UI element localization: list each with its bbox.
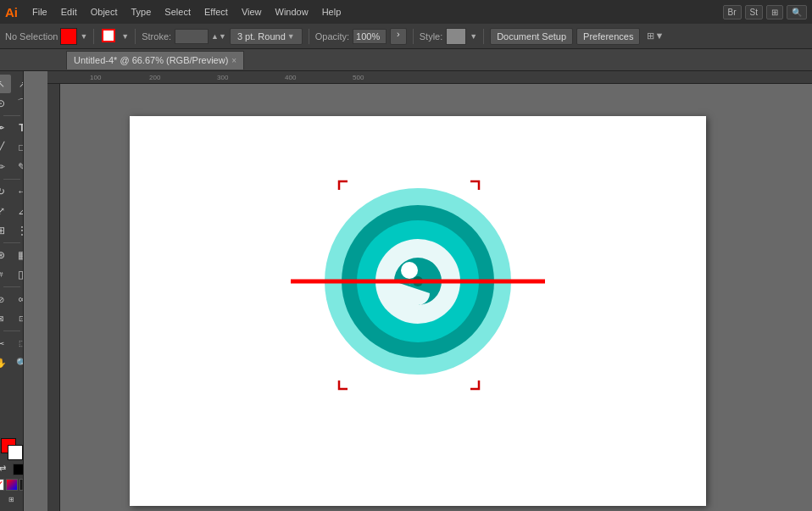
menu-select[interactable]: Select <box>159 5 197 19</box>
document-tab[interactable]: Untitled-4* @ 66.67% (RGB/Preview) × <box>66 51 244 69</box>
menu-file[interactable]: File <box>26 5 53 19</box>
menu-view[interactable]: View <box>236 5 268 19</box>
workspace-button[interactable]: ⊞ <box>766 5 783 19</box>
bridge-button[interactable]: Br <box>723 5 742 19</box>
brush-pencil-group: ✏ ✎ <box>0 158 24 176</box>
tab-bar: Untitled-4* @ 66.67% (RGB/Preview) × <box>0 49 812 71</box>
extras-row: ⊞ <box>7 494 17 504</box>
tab-close-button[interactable]: × <box>231 56 236 65</box>
ruler-mark: 200 <box>149 74 160 81</box>
stroke-swatch[interactable] <box>100 27 119 46</box>
default-colors-icon[interactable] <box>13 464 25 475</box>
reflect-tool[interactable]: ↔ <box>12 182 24 201</box>
sep4 <box>413 29 414 44</box>
gradient-tool[interactable]: ◫ <box>12 265 24 284</box>
tool-sep-2 <box>3 179 20 180</box>
lasso-tool[interactable]: ⌒ <box>12 94 24 113</box>
menu-effect[interactable]: Effect <box>198 5 234 19</box>
style-swatch[interactable] <box>446 28 466 45</box>
stock-button[interactable]: St <box>745 5 763 19</box>
free-transform-tool[interactable]: ⊞ <box>0 221 11 240</box>
stroke-width-input[interactable] <box>175 29 209 44</box>
symbol-sprayer-tool[interactable]: ⊛ <box>0 246 11 264</box>
style-label: Style: <box>420 31 443 42</box>
sep1 <box>93 29 94 44</box>
stroke-style-arrow: ▼ <box>287 32 295 41</box>
document-setup-button[interactable]: Document Setup <box>490 28 573 45</box>
eyedropper-blend-group: ⊘ ∞ <box>0 290 24 308</box>
hand-tool[interactable]: ✋ <box>0 353 11 372</box>
style-arrow[interactable]: ▼ <box>470 32 477 41</box>
menu-window[interactable]: Window <box>270 5 314 19</box>
transform-group: ⊞ ⋮ <box>0 221 24 240</box>
swatch-icons-row: ⇄ <box>0 464 24 475</box>
line-tool[interactable]: ╱ <box>0 138 11 157</box>
puppet-warp-tool[interactable]: ⋮ <box>12 221 24 240</box>
menu-bar: Ai File Edit Object Type Select Effect V… <box>0 0 812 24</box>
arrange-icon[interactable]: ⊞▼ <box>647 31 664 42</box>
artboard-tool[interactable]: ⬚ <box>12 334 24 353</box>
direct-select-tool[interactable]: ↗ <box>12 75 24 93</box>
stroke-dropdown-arrow[interactable]: ▼ <box>121 32 129 41</box>
background-swatch[interactable] <box>8 445 23 460</box>
menu-help[interactable]: Help <box>316 5 348 19</box>
fill-dropdown-arrow[interactable]: ▼ <box>80 32 87 41</box>
menu-edit[interactable]: Edit <box>55 5 83 19</box>
rect-tool[interactable]: □ <box>12 138 24 157</box>
column-graph-tool[interactable]: ▦ <box>12 246 24 264</box>
ruler-mark: 300 <box>217 74 228 81</box>
menu-type[interactable]: Type <box>125 5 158 19</box>
scissors-artboard-group: ✂ ⬚ <box>0 334 24 353</box>
fill-none-icon[interactable] <box>0 479 4 491</box>
tab-title: Untitled-4* @ 66.67% (RGB/Preview) <box>74 55 228 65</box>
mesh-tool[interactable]: # <box>0 265 11 284</box>
pen-tool-group: ✒ T <box>0 119 24 137</box>
swap-colors-icon[interactable]: ⇄ <box>0 464 11 475</box>
menu-object[interactable]: Object <box>85 5 124 19</box>
rotate-tool[interactable]: ↻ <box>0 182 11 201</box>
live-paint-select-tool[interactable]: ⊡ <box>12 309 24 328</box>
stroke-label: Stroke: <box>142 31 171 42</box>
tool-sep-4 <box>3 286 20 287</box>
canvas-area: 100 200 300 400 500 <box>24 71 812 511</box>
scale-tool[interactable]: ⤢ <box>0 202 11 220</box>
opacity-label: Opacity: <box>315 31 349 42</box>
select-tool-group: ↖ ↗ <box>0 75 24 93</box>
pupil-highlight <box>401 262 418 279</box>
paintbrush-tool[interactable]: ✏ <box>0 158 11 176</box>
solid-color-icon[interactable] <box>6 479 18 491</box>
search-button[interactable]: 🔍 <box>787 5 807 19</box>
scissors-tool[interactable]: ✂ <box>0 334 11 353</box>
eyedropper-tool[interactable]: ⊘ <box>0 290 11 308</box>
magic-lasso-group: ⊙ ⌒ <box>0 94 24 113</box>
opacity-input[interactable] <box>353 29 387 44</box>
symbol-group: ⊛ ▦ <box>0 246 24 264</box>
sep3 <box>309 29 309 44</box>
sep2 <box>135 29 136 44</box>
live-paint-bucket-tool[interactable]: ⊠ <box>0 309 11 328</box>
stroke-style-dropdown[interactable]: 3 pt. Round ▼ <box>230 28 303 45</box>
stroke-group: ▼ <box>100 27 129 46</box>
stroke-width-arrow[interactable]: ▲▼ <box>211 32 226 41</box>
pencil-tool[interactable]: ✎ <box>12 158 24 176</box>
color-swatches: ⇄ ⊞ <box>0 435 24 508</box>
main-area: ↖ ↗ ⊙ ⌒ ✒ T ╱ □ ✏ ✎ ↻ ↔ ⤢ <box>0 71 812 511</box>
change-screen-mode[interactable]: ⊞ <box>7 494 17 504</box>
fill-color-box[interactable] <box>60 28 77 45</box>
scale-shear-group: ⤢ ⊿ <box>0 202 24 220</box>
select-tool[interactable]: ↖ <box>0 75 11 93</box>
sep5 <box>483 29 484 44</box>
preferences-button[interactable]: Preferences <box>576 28 640 45</box>
opacity-expand[interactable]: › <box>390 28 407 45</box>
magic-wand-tool[interactable]: ⊙ <box>0 94 11 113</box>
tool-sep-3 <box>3 242 20 243</box>
shear-tool[interactable]: ⊿ <box>12 202 24 220</box>
blend-tool[interactable]: ∞ <box>12 290 24 308</box>
zoom-tool[interactable]: 🔍 <box>12 353 24 372</box>
type-tool[interactable]: T <box>12 119 24 137</box>
horizontal-ruler: 100 200 300 400 500 <box>47 71 812 84</box>
artboard <box>130 116 706 506</box>
tool-sep-5 <box>3 330 20 331</box>
pen-tool[interactable]: ✒ <box>0 119 11 137</box>
toolbox: ↖ ↗ ⊙ ⌒ ✒ T ╱ □ ✏ ✎ ↻ ↔ ⤢ <box>0 71 24 511</box>
